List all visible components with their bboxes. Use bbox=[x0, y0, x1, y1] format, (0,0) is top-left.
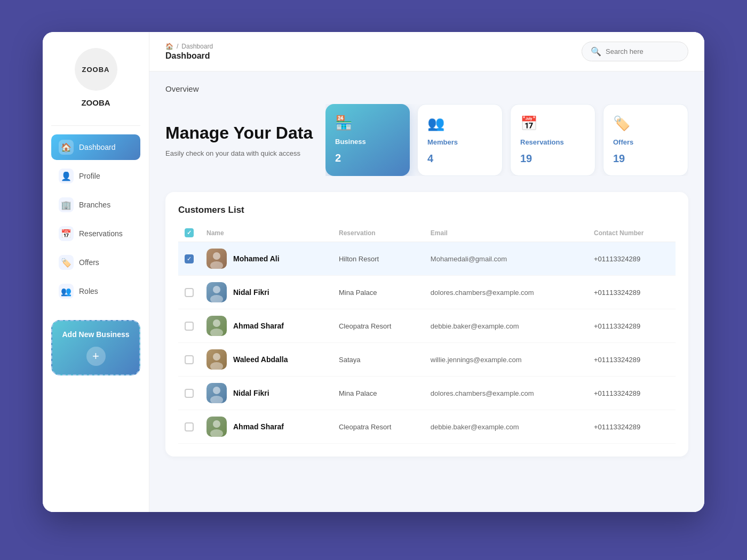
row-reservation-cell: Hilton Resort bbox=[332, 242, 424, 276]
customers-title: Customers List bbox=[178, 205, 676, 215]
col-contact: Contact Number bbox=[587, 224, 676, 242]
customers-table-wrapper: ✓ Name Reservation Email Contact Number … bbox=[178, 224, 676, 444]
avatar-img bbox=[206, 249, 227, 269]
row-name-cell: Ahmad Sharaf bbox=[200, 410, 332, 444]
brand-name: ZOOBA bbox=[81, 98, 110, 107]
row-checkbox-cell bbox=[178, 276, 200, 309]
sidebar-item-offers[interactable]: 🏷️ Offers bbox=[51, 250, 140, 275]
row-name-cell: Waleed Abdalla bbox=[200, 343, 332, 377]
col-reservation: Reservation bbox=[332, 224, 424, 242]
svg-point-13 bbox=[213, 387, 220, 394]
row-name-cell: Nidal Fikri bbox=[200, 377, 332, 410]
row-email-cell: debbie.baker@example.com bbox=[424, 410, 587, 444]
customer-name-cell: Nidal Fikri bbox=[206, 282, 326, 302]
stat-card-members[interactable]: 👥 Members 4 bbox=[417, 104, 503, 176]
customers-table: ✓ Name Reservation Email Contact Number … bbox=[178, 224, 676, 444]
row-checkbox[interactable] bbox=[185, 355, 194, 364]
intro-box: Manage Your Data Easily check on your da… bbox=[165, 104, 315, 176]
breadcrumb-path: 🏠 / Dashboard bbox=[165, 43, 213, 50]
sidebar-item-label-dashboard: Dashboard bbox=[79, 143, 116, 151]
nav-menu: 🏠 Dashboard 👤 Profile 🏢 Branches 📅 Reser… bbox=[51, 134, 140, 304]
table-header-row: ✓ Name Reservation Email Contact Number bbox=[178, 224, 676, 242]
app-container: ZOOBA ZOOBA 🏠 Dashboard 👤 Profile 🏢 Bran… bbox=[43, 32, 704, 512]
avatar bbox=[206, 349, 227, 370]
avatar-img bbox=[206, 349, 227, 370]
sidebar-divider bbox=[51, 125, 140, 126]
sidebar-item-profile[interactable]: 👤 Profile bbox=[51, 163, 140, 189]
breadcrumb: 🏠 / Dashboard Dashboard bbox=[165, 43, 213, 61]
svg-point-16 bbox=[213, 420, 220, 428]
sidebar-item-dashboard[interactable]: 🏠 Dashboard bbox=[51, 134, 140, 160]
intro-title: Manage Your Data bbox=[165, 123, 315, 143]
sidebar-item-branches[interactable]: 🏢 Branches bbox=[51, 192, 140, 218]
row-contact-cell: +01113324289 bbox=[587, 309, 676, 343]
stat-cards: 🏪 Business 2 👥 Members 4 📅 Reservations … bbox=[325, 104, 688, 176]
customer-name: Ahmad Sharaf bbox=[233, 322, 284, 330]
table-row: Nidal Fikri Mina Palace dolores.chambers… bbox=[178, 276, 676, 309]
business-card-icon: 🏪 bbox=[335, 115, 352, 131]
row-checkbox-cell: ✓ bbox=[178, 242, 200, 276]
customer-name-cell: Ahmad Sharaf bbox=[206, 417, 326, 437]
avatar-img bbox=[206, 383, 227, 403]
svg-point-4 bbox=[213, 286, 220, 293]
breadcrumb-path-label: Dashboard bbox=[181, 43, 213, 50]
col-email: Email bbox=[424, 224, 587, 242]
members-card-label: Members bbox=[427, 138, 458, 146]
sidebar-item-label-reservations: Reservations bbox=[79, 229, 123, 238]
top-section: Manage Your Data Easily check on your da… bbox=[165, 104, 688, 176]
overview-label: Overview bbox=[165, 84, 688, 93]
customer-name: Nidal Fikri bbox=[233, 288, 269, 297]
sidebar-item-reservations[interactable]: 📅 Reservations bbox=[51, 221, 140, 246]
row-name-cell: Mohamed Ali bbox=[200, 242, 332, 276]
row-contact-cell: +01113324289 bbox=[587, 377, 676, 410]
row-email-cell: dolores.chambers@example.com bbox=[424, 377, 587, 410]
search-bar[interactable]: 🔍 bbox=[582, 42, 688, 61]
row-email-cell: dolores.chambers@example.com bbox=[424, 276, 587, 309]
customer-name: Mohamed Ali bbox=[233, 254, 280, 263]
row-checkbox[interactable] bbox=[185, 322, 194, 331]
stat-card-reservations[interactable]: 📅 Reservations 19 bbox=[510, 104, 595, 176]
row-checkbox[interactable] bbox=[185, 288, 194, 297]
add-business-card[interactable]: Add New Business + bbox=[51, 320, 140, 375]
select-all-checkbox[interactable]: ✓ bbox=[185, 228, 194, 237]
row-contact-cell: +01113324289 bbox=[587, 410, 676, 444]
row-contact-cell: +01113324289 bbox=[587, 343, 676, 377]
customer-name-cell: Nidal Fikri bbox=[206, 383, 326, 403]
offers-card-label: Offers bbox=[613, 138, 633, 146]
offers-icon: 🏷️ bbox=[59, 255, 74, 270]
row-checkbox[interactable]: ✓ bbox=[185, 254, 194, 263]
table-row: Nidal Fikri Mina Palace dolores.chambers… bbox=[178, 377, 676, 410]
row-reservation-cell: Cleopatra Resort bbox=[332, 410, 424, 444]
col-name: Name bbox=[200, 224, 332, 242]
row-checkbox[interactable] bbox=[185, 389, 194, 398]
sidebar-item-roles[interactable]: 👥 Roles bbox=[51, 278, 140, 304]
add-business-label: Add New Business bbox=[62, 330, 129, 340]
table-row: Ahmad Sharaf Cleopatra Resort debbie.bak… bbox=[178, 410, 676, 444]
customer-name-cell: Waleed Abdalla bbox=[206, 349, 326, 370]
stat-card-offers[interactable]: 🏷️ Offers 19 bbox=[603, 104, 688, 176]
add-business-button[interactable]: + bbox=[86, 347, 106, 366]
profile-icon: 👤 bbox=[59, 169, 74, 183]
reservations-icon: 📅 bbox=[59, 226, 74, 241]
row-name-cell: Ahmad Sharaf bbox=[200, 309, 332, 343]
branches-icon: 🏢 bbox=[59, 197, 74, 212]
avatar bbox=[206, 417, 227, 437]
customer-name-cell: Mohamed Ali bbox=[206, 249, 326, 269]
offers-card-count: 19 bbox=[613, 153, 625, 165]
row-checkbox-cell bbox=[178, 377, 200, 410]
row-checkbox[interactable] bbox=[185, 422, 194, 431]
row-reservation-cell: Cleopatra Resort bbox=[332, 309, 424, 343]
breadcrumb-title: Dashboard bbox=[165, 51, 213, 61]
search-input[interactable] bbox=[606, 47, 679, 55]
row-checkbox-cell bbox=[178, 309, 200, 343]
col-check: ✓ bbox=[178, 224, 200, 242]
svg-point-10 bbox=[213, 353, 220, 361]
offers-card-icon: 🏷️ bbox=[613, 115, 630, 132]
business-card-count: 2 bbox=[335, 152, 341, 164]
row-email-cell: willie.jennings@example.com bbox=[424, 343, 587, 377]
stat-card-business[interactable]: 🏪 Business 2 bbox=[325, 104, 410, 176]
customer-name-cell: Ahmad Sharaf bbox=[206, 316, 326, 336]
table-row: ✓ Mohamed Ali Hilton Resort Mohamedali@g… bbox=[178, 242, 676, 276]
sidebar-item-label-profile: Profile bbox=[79, 172, 100, 180]
brand-logo-text: ZOOBA bbox=[82, 66, 110, 74]
